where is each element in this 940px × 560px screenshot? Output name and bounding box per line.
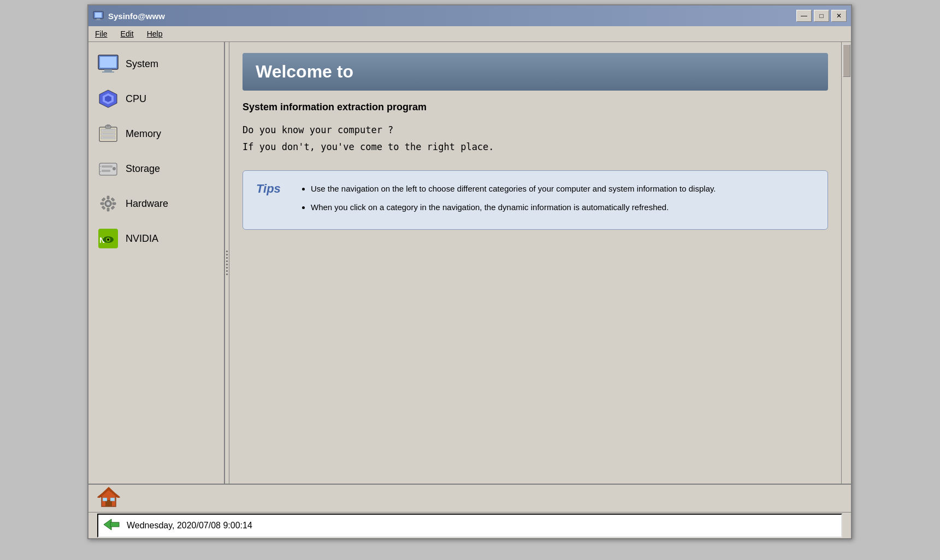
sidebar-item-nvidia[interactable]: NV NVIDIA (88, 221, 224, 256)
sidebar-item-storage[interactable]: Storage (88, 151, 224, 186)
svg-rect-24 (99, 166, 101, 166)
svg-point-40 (107, 239, 109, 241)
intro-line2: If you don't, you've come to the right p… (243, 141, 494, 152)
titlebar-buttons: — □ ✕ (796, 10, 847, 22)
statusbar-inner: Wednesday, 2020/07/08 9:00:14 (97, 514, 842, 538)
tip-item-2: When you click on a category in the navi… (311, 200, 716, 215)
resizer-dot-3 (226, 257, 228, 259)
svg-rect-30 (100, 202, 104, 205)
resizer-dot-5 (226, 264, 228, 265)
svg-rect-7 (102, 72, 114, 73)
storage-icon (97, 158, 119, 180)
svg-rect-29 (107, 208, 109, 211)
intro-text: Do you know your computer ? If you don't… (243, 122, 828, 155)
svg-rect-28 (107, 196, 109, 199)
resizer-dot-6 (226, 267, 228, 269)
svg-rect-44 (110, 498, 115, 501)
content-area: Welcome to System information extraction… (229, 42, 841, 484)
resizer-dot-2 (226, 254, 228, 255)
resizer-dot-1 (226, 251, 228, 252)
svg-rect-21 (102, 165, 113, 168)
sidebar-label-storage: Storage (126, 163, 160, 175)
svg-rect-1 (95, 13, 102, 17)
hardware-icon (97, 193, 119, 215)
sidebar-item-cpu[interactable]: CPU (88, 81, 224, 116)
sidebar-label-nvidia: NVIDIA (126, 233, 158, 245)
svg-rect-5 (100, 57, 116, 68)
intro-line1: Do you know your computer ? (243, 124, 393, 135)
main-window: Sysinfo@www — □ ✕ File Edit Help System (87, 4, 852, 539)
svg-rect-47 (110, 522, 119, 527)
menu-file[interactable]: File (93, 28, 110, 39)
sidebar-item-memory[interactable]: Memory (88, 116, 224, 151)
bottom-bar (88, 484, 851, 512)
welcome-header: Welcome to (243, 53, 828, 91)
welcome-title: Welcome to (256, 62, 353, 81)
status-timestamp: Wednesday, 2020/07/08 9:00:14 (127, 521, 252, 531)
scrollbar-thumb[interactable] (843, 44, 850, 77)
nvidia-icon: NV (97, 228, 119, 249)
main-layout: System CPU (88, 42, 851, 484)
window-title: Sysinfo@www (108, 11, 165, 21)
svg-rect-6 (104, 69, 112, 72)
svg-rect-31 (113, 202, 116, 205)
resizer-dot-8 (226, 273, 228, 275)
cpu-icon (97, 88, 119, 110)
sidebar-resizer[interactable] (225, 42, 229, 484)
tips-label: Tips (256, 182, 289, 196)
memory-icon (97, 123, 119, 145)
back-button[interactable] (103, 517, 120, 534)
tips-list: Use the navigation on the left to choose… (300, 182, 716, 218)
svg-rect-34 (111, 198, 115, 201)
svg-point-27 (107, 202, 110, 205)
sidebar-item-hardware[interactable]: Hardware (88, 186, 224, 221)
resizer-dot-7 (226, 270, 228, 272)
svg-rect-25 (99, 171, 101, 172)
sidebar-item-system[interactable]: System (88, 46, 224, 81)
tips-box: Tips Use the navigation on the left to c… (243, 170, 828, 230)
svg-rect-35 (111, 206, 115, 210)
svg-rect-16 (107, 124, 110, 127)
svg-rect-33 (102, 206, 105, 210)
svg-point-23 (113, 167, 116, 170)
maximize-button[interactable]: □ (814, 10, 829, 22)
menu-help[interactable]: Help (145, 28, 165, 39)
svg-rect-22 (102, 170, 110, 172)
close-button[interactable]: ✕ (831, 10, 847, 22)
sidebar: System CPU (88, 42, 225, 484)
svg-rect-3 (96, 20, 101, 20)
system-icon (97, 53, 119, 75)
statusbar: Wednesday, 2020/07/08 9:00:14 (88, 512, 851, 538)
svg-rect-32 (102, 198, 105, 201)
sidebar-label-cpu: CPU (126, 93, 146, 105)
menu-edit[interactable]: Edit (119, 28, 136, 39)
menubar: File Edit Help (88, 26, 851, 42)
svg-rect-43 (103, 498, 107, 501)
resizer-dot-4 (226, 260, 228, 262)
sidebar-label-memory: Memory (126, 128, 161, 140)
svg-rect-12 (101, 129, 115, 132)
sidebar-label-hardware: Hardware (126, 198, 168, 210)
minimize-button[interactable]: — (796, 10, 812, 22)
back-icon (103, 517, 120, 532)
sidebar-label-system: System (126, 58, 158, 70)
svg-rect-13 (101, 133, 115, 135)
content-subtitle: System information extraction program (243, 102, 828, 113)
app-icon (93, 10, 104, 21)
tip-item-1: Use the navigation on the left to choose… (311, 182, 716, 196)
titlebar-left: Sysinfo@www (93, 10, 165, 21)
home-button[interactable] (97, 486, 120, 511)
scrollbar[interactable] (841, 42, 851, 484)
svg-rect-2 (97, 19, 100, 20)
svg-rect-14 (101, 136, 115, 139)
titlebar: Sysinfo@www — □ ✕ (88, 5, 851, 26)
home-icon (97, 486, 120, 509)
